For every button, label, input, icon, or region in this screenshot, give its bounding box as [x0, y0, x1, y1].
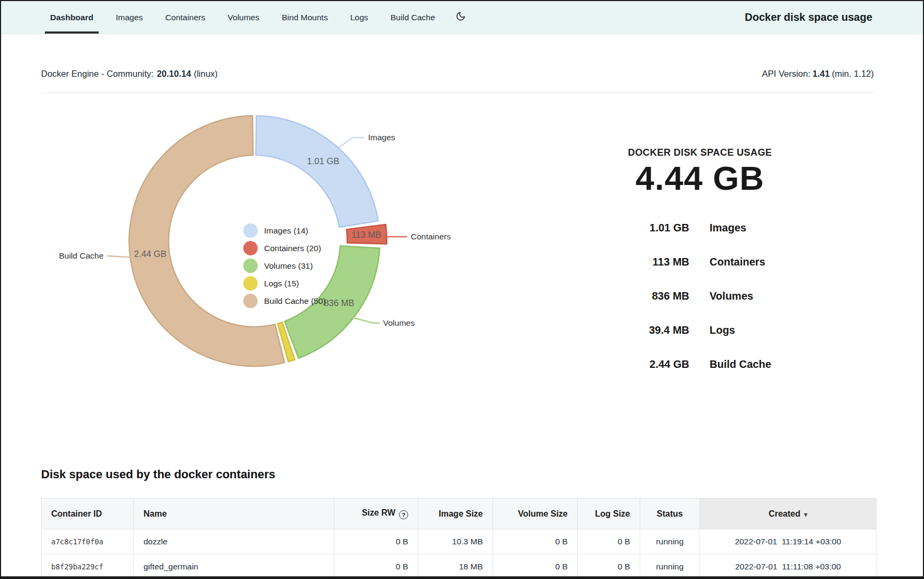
donut-segment-images[interactable]: [256, 116, 378, 227]
moon-icon: [456, 11, 466, 23]
callout-line-volumes: [351, 317, 380, 323]
summary-label: Containers: [710, 256, 765, 268]
api-label: API Version:: [762, 69, 810, 78]
legend-label: Images (14): [264, 226, 308, 236]
callout-label-build-cache: Build Cache: [59, 251, 103, 260]
api-info: API Version:1.41(min. 1.12): [762, 69, 874, 79]
tab-images[interactable]: Images: [116, 1, 143, 34]
cell-size_rw: 0 B: [334, 554, 418, 579]
legend-swatch: [243, 241, 258, 255]
summary-label: Build Cache: [710, 358, 771, 371]
column-header-volume-size[interactable]: Volume Size: [493, 498, 578, 529]
callout-line-images: [339, 138, 364, 148]
summary-label: Volumes: [710, 290, 753, 302]
table-title: Disk space used by the docker containers: [41, 468, 275, 481]
tab-build-cache[interactable]: Build Cache: [391, 1, 435, 34]
cell-volume_size: 0 B: [493, 529, 578, 554]
engine-label: Docker Engine - Community:: [41, 69, 154, 78]
tab-containers[interactable]: Containers: [165, 1, 205, 34]
legend-swatch: [243, 259, 258, 273]
segment-value-containers: 113 MB: [352, 230, 381, 239]
segment-value-build-cache: 2.44 GB: [134, 249, 166, 259]
column-label: Status: [657, 509, 683, 518]
table-row: b8f29ba229cfgifted_germain0 B18 MB0 B0 B…: [42, 554, 877, 579]
section-divider: [41, 92, 876, 93]
tab-logs[interactable]: Logs: [350, 1, 368, 34]
tab-volumes[interactable]: Volumes: [228, 1, 259, 34]
cell-container_id: b8f29ba229cf: [42, 554, 134, 579]
cell-name: gifted_germain: [134, 554, 334, 579]
summary-row-volumes: 836 MBVolumes: [583, 290, 817, 302]
summary-row-build-cache: 2.44 GBBuild Cache: [583, 358, 817, 371]
summary-size: 113 MB: [583, 256, 689, 268]
column-header-status[interactable]: Status: [640, 498, 700, 529]
total-usage-value: 4.44 GB: [583, 160, 817, 196]
app-title: Docker disk space usage: [745, 11, 872, 23]
cell-image_size: 10.3 MB: [418, 529, 493, 554]
cell-image_size: 18 MB: [418, 554, 493, 579]
sort-desc-icon: ▾: [804, 511, 807, 518]
engine-platform: (linux): [194, 69, 218, 78]
column-label: Created: [769, 509, 801, 518]
cell-volume_size: 0 B: [493, 554, 578, 579]
segment-value-images: 1.01 GB: [307, 156, 340, 166]
docker-disk-usage-page: DashboardImagesContainersVolumesBind Mou…: [0, 0, 924, 579]
legend-item-containers[interactable]: Containers (20): [243, 241, 325, 255]
cell-log_size: 0 B: [578, 554, 640, 579]
legend-label: Build Cache (50): [264, 296, 325, 306]
column-header-log-size[interactable]: Log Size: [578, 498, 640, 529]
segment-value-volumes: 836 MB: [324, 298, 354, 308]
column-label: Size RW: [362, 508, 395, 517]
summary-size: 836 MB: [583, 290, 689, 302]
summary-row-logs: 39.4 MBLogs: [583, 324, 817, 336]
column-label: Image Size: [439, 509, 483, 518]
callout-label-containers: Containers: [411, 232, 451, 241]
summary-size: 1.01 GB: [583, 222, 689, 234]
callout-label-volumes: Volumes: [383, 318, 415, 327]
summary-row-containers: 113 MBContainers: [583, 256, 817, 268]
summary-rows: 1.01 GBImages113 MBContainers836 MBVolum…: [583, 222, 817, 371]
column-header-image-size[interactable]: Image Size: [418, 498, 493, 529]
column-header-container-id[interactable]: Container ID: [42, 498, 134, 529]
legend-label: Containers (20): [264, 244, 321, 253]
question-circle-icon[interactable]: ?: [399, 510, 408, 519]
cell-size_rw: 0 B: [334, 529, 418, 554]
chart-legend: Images (14)Containers (20)Volumes (31)Lo…: [243, 223, 325, 311]
cell-log_size: 0 B: [578, 529, 640, 554]
cell-created: 2022-07-01 11:19:14 +03:00: [700, 529, 877, 554]
engine-info: Docker Engine - Community:20.10.14(linux…: [41, 69, 218, 79]
column-label: Container ID: [51, 509, 102, 518]
cell-status: running: [640, 554, 700, 579]
usage-summary-panel: DOCKER DISK SPACE USAGE 4.44 GB 1.01 GBI…: [583, 147, 817, 392]
summary-row-images: 1.01 GBImages: [583, 222, 817, 234]
legend-item-logs[interactable]: Logs (15): [243, 276, 325, 291]
cell-container_id: a7c8c17f0f0a: [42, 529, 134, 554]
cell-created: 2022-07-01 11:11:08 +03:00: [700, 554, 877, 579]
legend-swatch: [243, 276, 258, 291]
cell-status: running: [640, 529, 700, 554]
summary-size: 2.44 GB: [583, 358, 689, 371]
column-label: Name: [144, 509, 167, 518]
column-header-size-rw[interactable]: Size RW?: [334, 498, 418, 529]
dark-mode-toggle[interactable]: [456, 11, 466, 23]
table-header-row: Container IDNameSize RW?Image SizeVolume…: [42, 498, 877, 529]
legend-item-images[interactable]: Images (14): [243, 223, 325, 238]
tab-bind-mounts[interactable]: Bind Mounts: [282, 1, 328, 34]
summary-title: DOCKER DISK SPACE USAGE: [583, 147, 817, 158]
table-row: a7c8c17f0f0adozzle0 B10.3 MB0 B0 Brunnin…: [42, 529, 877, 554]
legend-label: Logs (15): [264, 279, 299, 288]
cell-name: dozzle: [134, 529, 334, 554]
column-header-name[interactable]: Name: [134, 498, 334, 529]
summary-label: Logs: [710, 324, 735, 336]
table-body: a7c8c17f0f0adozzle0 B10.3 MB0 B0 Brunnin…: [42, 529, 877, 579]
table-head: Container IDNameSize RW?Image SizeVolume…: [42, 498, 877, 529]
nav-tabs: DashboardImagesContainersVolumesBind Mou…: [50, 1, 435, 34]
summary-size: 39.4 MB: [583, 324, 689, 336]
legend-item-build-cache[interactable]: Build Cache (50): [243, 294, 325, 308]
column-label: Log Size: [595, 509, 630, 518]
legend-item-volumes[interactable]: Volumes (31): [243, 259, 325, 273]
column-header-created[interactable]: Created▾: [700, 498, 877, 529]
summary-label: Images: [710, 222, 746, 234]
api-version: 1.41: [813, 69, 830, 78]
tab-dashboard[interactable]: Dashboard: [50, 1, 93, 34]
